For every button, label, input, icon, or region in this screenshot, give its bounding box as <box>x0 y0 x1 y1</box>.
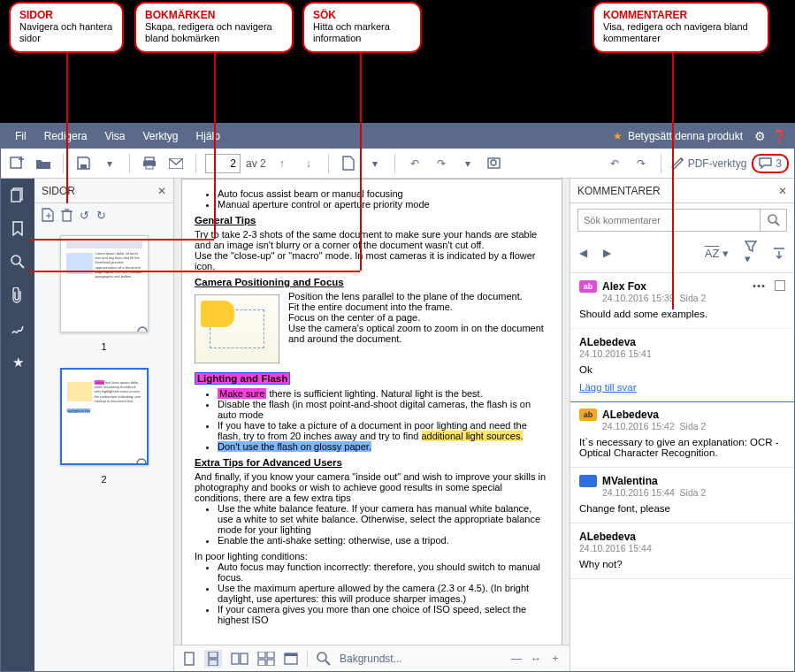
zoom-in-icon[interactable]: ＋ <box>550 651 561 666</box>
comment-menu-icon[interactable]: ••• <box>753 280 766 291</box>
sort-button[interactable]: AZ ▾ <box>705 247 729 260</box>
view-single-icon[interactable] <box>183 652 195 666</box>
comment-item[interactable]: ALebedeva 24.10.2016 15:44 Why not? <box>570 523 794 579</box>
thumbnail-number: 1 <box>60 341 149 352</box>
thumbnail-1[interactable]: Lorem ipsum dolor sit amet text and tiny… <box>60 235 149 352</box>
view-two-scroll-icon[interactable] <box>257 652 275 666</box>
next-comment-icon[interactable]: ▶ <box>603 247 611 259</box>
rate-product[interactable]: ★ Betygsätt denna produkt <box>606 130 750 142</box>
svg-rect-16 <box>63 211 71 221</box>
zoom-tool-icon[interactable] <box>317 652 331 666</box>
undo-icon[interactable]: ↶ <box>604 153 625 174</box>
expand-icon[interactable] <box>773 248 785 259</box>
callout-sidor: SIDOR Navigera och hantera sidor <box>9 2 124 53</box>
new-tab-icon[interactable] <box>6 153 27 174</box>
rotate-dropdown-icon[interactable]: ▾ <box>457 153 478 174</box>
comment-item[interactable]: ab ALebedeva 24.10.2016 15:42 Sida 2 It`… <box>570 401 794 468</box>
thumbnail-2[interactable]: Lorem text lines ipsum dolor amet second… <box>60 368 149 485</box>
svg-rect-11 <box>11 190 20 202</box>
background-label[interactable]: Bakgrundst... <box>340 653 402 665</box>
svg-point-9 <box>491 160 496 165</box>
delete-page-icon[interactable] <box>61 209 73 222</box>
thumbnails[interactable]: Lorem ipsum dolor sit amet text and tiny… <box>34 226 173 671</box>
doc-text: Make sure there is sufficient lighting. … <box>218 388 549 399</box>
save-icon[interactable] <box>73 153 94 174</box>
comments-toggle[interactable]: 3 <box>752 154 789 173</box>
comment-author: ALebedeva <box>602 409 706 421</box>
page-tool-icon[interactable] <box>338 153 359 174</box>
comments-title: KOMMENTARER <box>577 185 661 197</box>
rate-label: Betygsätt denna produkt <box>628 130 743 142</box>
doc-heading-lighting: Lighting and Flash <box>195 372 549 385</box>
rotate-cw-icon[interactable]: ↻ <box>96 209 106 222</box>
thumbnail-number: 2 <box>60 474 149 485</box>
nav-attachments-icon[interactable] <box>7 285 28 306</box>
nav-signatures-icon[interactable] <box>7 318 28 340</box>
main-toolbar: ▾ av 2 ↑ ↓ ▾ ↶ ↷ ▾ ↶ ↷ PDF-ver <box>1 149 794 179</box>
pdf-tools-button[interactable]: PDF-verktyg <box>670 157 747 170</box>
filter-icon[interactable]: ▾ <box>745 241 757 265</box>
sidebar-header: SIDOR ✕ <box>34 179 173 203</box>
mail-icon[interactable] <box>165 153 187 174</box>
print-icon[interactable] <box>139 153 160 174</box>
page-number-input[interactable] <box>205 154 241 173</box>
nav-favorites-icon[interactable]: ★ <box>7 352 28 373</box>
thumbnail-page: Lorem ipsum dolor sit amet text and tiny… <box>60 235 149 332</box>
page-tool-dropdown-icon[interactable]: ▾ <box>364 153 386 174</box>
prev-comment-icon[interactable]: ◀ <box>579 247 587 259</box>
svg-point-19 <box>138 327 147 332</box>
add-reply-link[interactable]: Lägg till svar <box>579 382 637 393</box>
page-down-icon[interactable]: ↓ <box>298 153 319 174</box>
help-icon[interactable]: ❓ <box>769 129 789 143</box>
document-scroll[interactable]: Auto focus assist beam or manual focusin… <box>174 179 569 645</box>
page-up-icon[interactable]: ↑ <box>271 153 293 174</box>
nav-bookmarks-icon[interactable] <box>7 218 28 239</box>
view-mode-bar: Bakgrundst... — ↔ ＋ <box>174 645 569 671</box>
search-icon[interactable] <box>760 210 786 231</box>
ocr-icon[interactable] <box>484 153 505 174</box>
comments-panel: KOMMENTARER ✕ ◀ ▶ AZ ▾ ▾ <box>569 179 794 671</box>
rotate-ccw-icon[interactable]: ↺ <box>80 209 89 222</box>
svg-rect-26 <box>232 653 239 664</box>
open-icon[interactable] <box>33 153 54 174</box>
fit-width-icon[interactable]: ↔ <box>531 653 541 665</box>
comment-author: ALebedeva <box>579 531 652 543</box>
comments-search-input[interactable] <box>578 210 760 231</box>
settings-icon[interactable]: ⚙ <box>750 129 769 143</box>
add-page-icon[interactable] <box>42 208 54 222</box>
doc-text: Auto focus assist beam or manual focusin… <box>218 188 549 199</box>
view-continuous-icon[interactable] <box>204 650 222 668</box>
comment-body: Should add some examples. <box>579 309 785 319</box>
annotation-badge: ab <box>579 280 597 293</box>
comment-item[interactable]: ab Alex Fox 24.10.2016 15:39 Sida 2 ••• … <box>570 273 794 402</box>
comment-checkbox[interactable] <box>775 280 785 291</box>
rotate-left-icon[interactable]: ↶ <box>404 153 425 174</box>
view-fullscreen-icon[interactable] <box>284 653 298 665</box>
callout-hline <box>28 239 214 241</box>
callout-line <box>66 44 68 203</box>
menu-hjalp[interactable]: Hjälp <box>187 130 229 142</box>
comment-body: Why not? <box>579 559 785 569</box>
comments-close-icon[interactable]: ✕ <box>778 185 787 197</box>
menu-verktyg[interactable]: Verktyg <box>134 130 187 142</box>
doc-text: Don't use the flash on glossy paper. <box>218 441 549 452</box>
save-dropdown-icon[interactable]: ▾ <box>99 153 120 174</box>
svg-rect-3 <box>80 164 87 169</box>
nav-pages-icon[interactable] <box>7 184 28 205</box>
redo-icon[interactable]: ↷ <box>631 153 652 174</box>
svg-rect-4 <box>145 157 154 161</box>
menu-fil[interactable]: Fil <box>6 130 35 142</box>
callout-line <box>360 44 362 271</box>
nav-search-icon[interactable] <box>7 251 28 272</box>
doc-text: Auto focus may function incorrectly: the… <box>218 561 549 583</box>
rotate-right-icon[interactable]: ↷ <box>431 153 452 174</box>
svg-rect-23 <box>185 653 194 665</box>
comments-list[interactable]: ab Alex Fox 24.10.2016 15:39 Sida 2 ••• … <box>570 273 794 671</box>
callout-desc: Navigera och hantera sidor <box>19 21 113 44</box>
sidebar-close-icon[interactable]: ✕ <box>157 185 166 197</box>
zoom-out-icon[interactable]: — <box>511 653 522 665</box>
menu-visa[interactable]: Visa <box>96 130 134 142</box>
document-view: Auto focus assist beam or manual focusin… <box>174 179 569 671</box>
view-two-page-icon[interactable] <box>231 653 248 665</box>
comment-item[interactable]: MValentina 24.10.2016 15:44 Sida 2 Chang… <box>570 468 794 523</box>
